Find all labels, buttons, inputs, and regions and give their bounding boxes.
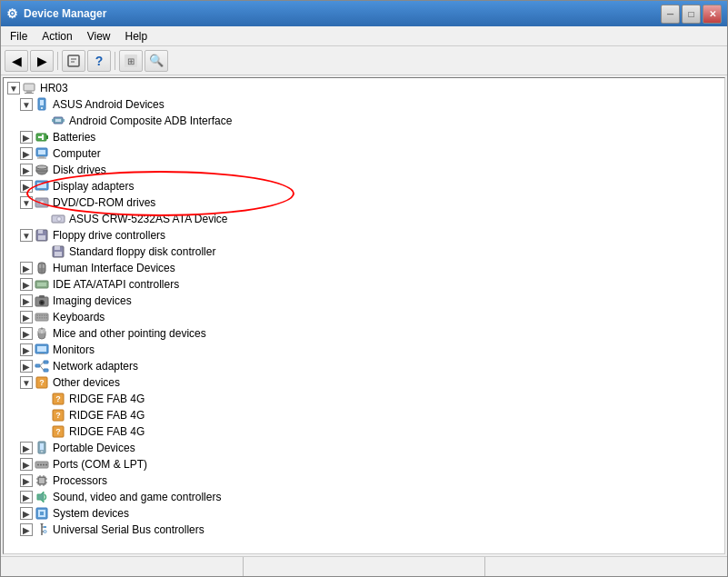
svg-rect-49 (39, 295, 45, 298)
content-wrapper: ▼ HR03 ▼ ASUS Android Devices (1, 75, 727, 556)
close-button[interactable]: ✕ (703, 5, 722, 24)
label-ide: IDE ATA/ATAPI controllers (53, 278, 179, 291)
expand-system[interactable]: ▶ (20, 507, 33, 520)
menu-help[interactable]: Help (118, 28, 155, 45)
maximize-button[interactable]: □ (682, 5, 701, 24)
svg-rect-28 (39, 190, 45, 191)
tree-item-sound[interactable]: ▶ Sound, video and game controllers (4, 489, 724, 505)
tree-item-std-floppy[interactable]: Standard floppy disk controller (4, 244, 724, 260)
tree-item-other[interactable]: ▼ ? Other devices (4, 374, 724, 391)
svg-rect-61 (44, 317, 45, 319)
svg-rect-9 (40, 100, 44, 105)
label-usb: Universal Serial Bus controllers (53, 523, 204, 536)
tree-item-ridge2[interactable]: ? RIDGE FAB 4G (4, 407, 724, 423)
expand-network[interactable]: ▶ (20, 360, 33, 373)
forward-button[interactable]: ▶ (30, 50, 54, 72)
svg-rect-84 (40, 443, 44, 450)
expand-floppy[interactable]: ▼ (20, 229, 33, 242)
label-ridge3: RIDGE FAB 4G (69, 425, 145, 438)
svg-rect-57 (46, 315, 48, 317)
scan-button[interactable]: 🔍 (145, 50, 168, 72)
status-section-2 (244, 557, 486, 576)
tree-item-ridge3[interactable]: ? RIDGE FAB 4G (4, 423, 724, 440)
tree-item-dvd[interactable]: ▼ DVD/CD-ROM drives (4, 194, 724, 211)
menu-action[interactable]: Action (35, 28, 79, 45)
tree-item-batteries[interactable]: ▶ Batteries (4, 129, 724, 145)
expand-computer[interactable]: ▶ (20, 147, 33, 160)
label-floppy: Floppy drive controllers (53, 229, 165, 242)
icon-portable (35, 441, 49, 455)
tree-item-portable[interactable]: ▶ Portable Devices (4, 440, 724, 456)
svg-point-90 (45, 464, 47, 466)
icon-ridge2: ? (51, 408, 65, 423)
svg-point-88 (40, 464, 42, 466)
expand-batteries[interactable]: ▶ (20, 131, 33, 144)
placeholder-ridge1 (36, 393, 49, 405)
expand-processors[interactable]: ▶ (20, 474, 33, 487)
tree-item-floppy[interactable]: ▼ Floppy drive controllers (4, 227, 724, 244)
expand-dvd[interactable]: ▼ (20, 196, 33, 209)
svg-rect-54 (39, 315, 41, 317)
help-button[interactable]: ? (87, 50, 111, 72)
tree-item-display[interactable]: ▶ Display adapters (4, 178, 724, 194)
tree-item-ide[interactable]: ▶ IDE ATA/ATAPI controllers (4, 276, 724, 293)
tree-item-monitors[interactable]: ▶ Monitors (4, 342, 724, 358)
toolbar-sep-2 (115, 52, 115, 70)
tree-item-ridge1[interactable]: ? RIDGE FAB 4G (4, 391, 724, 407)
icon-ridge3: ? (51, 424, 65, 439)
properties-button[interactable] (62, 50, 85, 72)
update-button[interactable]: ⊞ (119, 50, 143, 72)
expand-portable[interactable]: ▶ (20, 442, 33, 454)
tree-item-mice[interactable]: ▶ Mice and other pointing devices (4, 325, 724, 342)
tree-item-disk-drives[interactable]: ▶ Disk drives (4, 162, 724, 178)
status-section-1 (1, 557, 244, 576)
tree-item-network[interactable]: ▶ Network adapters (4, 358, 724, 374)
tree-item-hid[interactable]: ▶ Human Interface Devices (4, 260, 724, 276)
expand-keyboards[interactable]: ▶ (20, 311, 33, 323)
tree-item-hr03[interactable]: ▼ HR03 (4, 80, 724, 96)
tree-item-imaging[interactable]: ▶ Imaging devices (4, 293, 724, 309)
tree-item-computer[interactable]: ▶ Computer (4, 145, 724, 162)
icon-imaging (35, 293, 49, 308)
expand-other[interactable]: ▼ (20, 376, 33, 389)
expand-ide[interactable]: ▶ (20, 278, 33, 291)
expand-asus-android[interactable]: ▼ (20, 98, 33, 111)
label-dvd: DVD/CD-ROM drives (53, 196, 155, 209)
expand-hid[interactable]: ▶ (20, 262, 33, 274)
tree-item-android-adb[interactable]: Android Composite ADB Interface (4, 113, 724, 129)
expand-imaging[interactable]: ▶ (20, 294, 33, 307)
svg-point-10 (41, 107, 43, 109)
svg-point-51 (41, 302, 44, 304)
expand-sound[interactable]: ▶ (20, 491, 33, 503)
label-ridge2: RIDGE FAB 4G (69, 409, 145, 422)
menu-view[interactable]: View (80, 28, 118, 45)
back-button[interactable]: ◀ (5, 50, 28, 72)
expand-mice[interactable]: ▶ (20, 327, 33, 340)
svg-rect-56 (44, 315, 45, 317)
tree-item-asus-crw[interactable]: ASUS CRW-5232AS ATA Device (4, 211, 724, 227)
expand-monitors[interactable]: ▶ (20, 343, 33, 356)
tree-item-usb[interactable]: ▶ Universal Serial Bus controllers (4, 522, 724, 538)
label-batteries: Batteries (53, 131, 95, 144)
placeholder-adb (36, 114, 49, 127)
tree-item-ports[interactable]: ▶ Ports (COM & LPT) (4, 456, 724, 473)
svg-text:⊞: ⊞ (127, 56, 135, 66)
expand-display[interactable]: ▶ (20, 180, 33, 193)
svg-rect-5 (24, 84, 35, 91)
tree-item-keyboards[interactable]: ▶ Keyboards (4, 309, 724, 325)
minimize-button[interactable]: ─ (661, 5, 680, 24)
icon-hr03 (22, 81, 36, 95)
expand-ports[interactable]: ▶ (20, 458, 33, 471)
label-portable: Portable Devices (53, 442, 135, 454)
device-tree[interactable]: ▼ HR03 ▼ ASUS Android Devices (3, 77, 725, 554)
tree-item-processors[interactable]: ▶ Processors (4, 473, 724, 489)
svg-rect-62 (46, 317, 48, 319)
expand-usb[interactable]: ▶ (20, 523, 33, 536)
icon-ide (35, 277, 49, 292)
tree-item-asus-android[interactable]: ▼ ASUS Android Devices (4, 96, 724, 113)
label-std-floppy: Standard floppy disk controller (69, 245, 215, 258)
menu-file[interactable]: File (3, 28, 35, 45)
tree-item-system[interactable]: ▶ System devices (4, 505, 724, 522)
expand-disk-drives[interactable]: ▶ (20, 164, 33, 176)
expand-hr03[interactable]: ▼ (7, 82, 20, 95)
